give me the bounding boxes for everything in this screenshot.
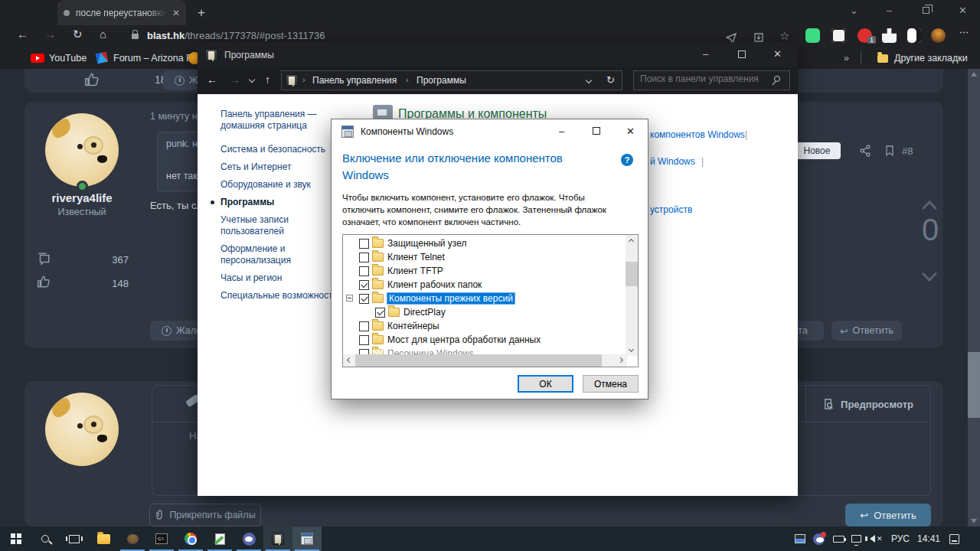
taskbar-search-button[interactable] <box>31 527 60 551</box>
checkbox-checked[interactable] <box>359 280 369 290</box>
downvote-icon[interactable] <box>922 266 937 282</box>
dialog-maximize-button[interactable] <box>579 119 613 142</box>
breadcrumb-current[interactable]: Программы <box>416 75 466 86</box>
new-tab-button[interactable]: + <box>198 5 205 21</box>
taskbar-explorer[interactable] <box>89 527 118 551</box>
checkbox-unchecked[interactable] <box>359 253 369 262</box>
forward-icon[interactable]: → <box>44 28 56 41</box>
cp-link-updates[interactable]: й Windows <box>650 156 695 167</box>
checkbox-checked[interactable] <box>375 308 385 318</box>
taskbar-cmd[interactable]: C:\ <box>147 527 176 551</box>
attach-files-button[interactable]: Прикрепить файлы <box>149 504 261 527</box>
address-bar[interactable]: blast.hk/threads/177378/#post-1311736 <box>147 30 325 41</box>
extension-bw-icon[interactable] <box>907 28 922 43</box>
profile-avatar[interactable] <box>931 28 946 43</box>
extensions-puzzle-icon[interactable] <box>882 28 897 43</box>
sidebar-item-appearance[interactable]: Оформление и персонализация <box>220 243 343 266</box>
extension-green-icon[interactable] <box>805 28 820 43</box>
checkbox-unchecked[interactable] <box>359 266 369 276</box>
list-vscrollbar[interactable] <box>626 235 638 356</box>
cp-refresh-icon[interactable]: ↻ <box>606 74 615 86</box>
cp-forward-icon[interactable]: → <box>230 73 240 86</box>
taskbar-chrome[interactable] <box>176 527 205 551</box>
feature-row-child[interactable]: DirectPlay <box>343 305 627 319</box>
submit-reply-button[interactable]: ↩ Ответить <box>845 504 931 527</box>
save-icon[interactable] <box>753 32 764 43</box>
scroll-right-icon[interactable] <box>618 357 623 363</box>
feature-row[interactable]: Клиент рабочих папок <box>343 278 627 292</box>
back-icon[interactable]: ← <box>17 28 28 41</box>
scroll-up-icon[interactable] <box>971 72 977 77</box>
cp-link-devices[interactable]: устройств <box>650 204 692 215</box>
collapse-expander-icon[interactable] <box>346 295 353 302</box>
cp-history-chevron-icon[interactable] <box>249 77 255 83</box>
sidebar-item-home[interactable]: Панель управления — домашняя страница <box>220 109 343 132</box>
vscroll-thumb[interactable] <box>626 262 638 286</box>
cp-back-icon[interactable]: ← <box>207 73 217 86</box>
tray-network[interactable] <box>851 527 861 551</box>
bookmark-youtube[interactable]: YouTube <box>49 53 87 64</box>
editor-avatar[interactable] <box>45 393 119 466</box>
cp-breadcrumb-bar[interactable]: › Панель управления › Программы ↻ <box>281 70 622 90</box>
extension-qr-icon[interactable] <box>831 28 846 43</box>
dialog-minimize-button[interactable]: – <box>544 119 579 142</box>
task-view-button[interactable] <box>60 527 89 551</box>
cp-search-input[interactable] <box>639 73 765 85</box>
cp-up-icon[interactable]: ↑ <box>265 73 270 86</box>
cancel-button[interactable]: Отмена <box>583 375 639 393</box>
reload-icon[interactable]: ↻ <box>73 28 83 41</box>
help-icon[interactable]: ? <box>621 154 633 166</box>
post-time[interactable]: 1 минуту на <box>150 111 203 122</box>
scroll-up-icon[interactable] <box>629 239 634 244</box>
sidebar-item-clock[interactable]: Часы и регион <box>220 272 343 284</box>
browser-tab[interactable]: после переустановки винды не ✕ <box>57 0 186 25</box>
cp-link-features[interactable]: компонентов Windows <box>650 129 745 140</box>
preview-tab[interactable]: Предпросмотр <box>805 386 930 422</box>
browser-restore-button[interactable] <box>923 7 929 14</box>
taskbar-windows-features[interactable] <box>292 527 322 551</box>
tray-battery[interactable] <box>833 527 844 551</box>
list-hscrollbar[interactable] <box>343 354 627 367</box>
taskbar-control-panel[interactable] <box>263 527 292 551</box>
taskbar-app-brown[interactable] <box>118 527 147 551</box>
username[interactable]: riverya4life <box>24 191 139 204</box>
browser-close-button[interactable]: ✕ <box>959 5 967 16</box>
bookmark-others[interactable]: Другие закладки <box>894 53 968 64</box>
send-icon[interactable] <box>726 32 737 43</box>
ok-button[interactable]: ОК <box>518 375 573 393</box>
checkbox-unchecked[interactable] <box>359 335 369 345</box>
sidebar-item-system-security[interactable]: Система и безопасность <box>220 144 343 155</box>
hscroll-thumb[interactable] <box>355 354 602 367</box>
scroll-down-icon[interactable] <box>629 347 634 352</box>
sidebar-item-hardware[interactable]: Оборудование и звук <box>220 179 343 191</box>
breadcrumb-root[interactable]: Панель управления <box>312 75 397 86</box>
scrollbar-thumb[interactable] <box>968 352 980 418</box>
start-button[interactable] <box>2 527 31 551</box>
browser-menu-chevron-icon[interactable]: ⌄ <box>850 5 858 16</box>
user-avatar[interactable] <box>45 113 119 187</box>
sidebar-item-programs[interactable]: Программы <box>220 197 343 208</box>
feature-row-selected[interactable]: Компоненты прежних версий <box>343 292 627 305</box>
feature-row[interactable]: Клиент Telnet <box>343 250 627 264</box>
page-scrollbar[interactable] <box>968 69 980 527</box>
bookmark-post-icon[interactable] <box>884 145 896 157</box>
breadcrumb-dropdown-icon[interactable] <box>586 77 592 83</box>
dialog-close-button[interactable]: ✕ <box>613 119 648 142</box>
tab-close-icon[interactable]: ✕ <box>172 8 180 18</box>
cp-maximize-button[interactable] <box>738 51 746 58</box>
cp-minimize-button[interactable]: – <box>703 48 708 60</box>
sidebar-item-accounts[interactable]: Учетные записи пользователей <box>220 214 343 237</box>
home-icon[interactable]: ⌂ <box>100 28 106 41</box>
clock[interactable]: 14:41 <box>917 527 940 551</box>
reply-button[interactable]: ↩ Ответить <box>831 321 902 341</box>
feature-row[interactable]: Мост для центра обработки данных <box>343 333 627 347</box>
post-number[interactable]: #8 <box>902 145 913 157</box>
browser-menu-icon[interactable]: ⋮ <box>960 28 968 37</box>
lock-icon[interactable] <box>132 34 139 39</box>
checkbox-checked[interactable] <box>359 294 369 304</box>
tray-discord[interactable] <box>813 527 825 551</box>
bookmark-star-icon[interactable]: ☆ <box>779 29 789 43</box>
sidebar-item-accessibility[interactable]: Специальные возможности <box>220 290 343 302</box>
language-indicator[interactable]: РУС <box>891 527 910 551</box>
tray-keyboard[interactable] <box>795 527 805 551</box>
